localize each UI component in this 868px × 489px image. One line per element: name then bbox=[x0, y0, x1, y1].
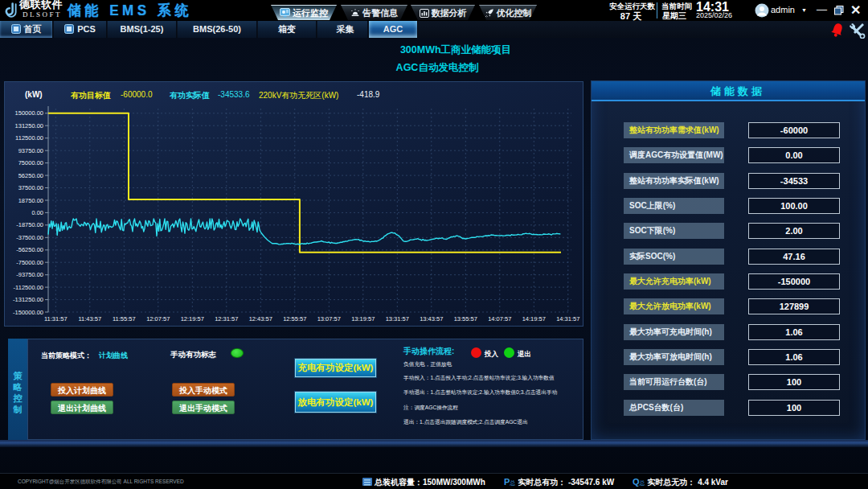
svg-text:37500.00: 37500.00 bbox=[18, 184, 43, 191]
svg-text:13:07:57: 13:07:57 bbox=[317, 315, 341, 323]
svg-text:13:19:57: 13:19:57 bbox=[351, 315, 375, 323]
svg-text:13:55:57: 13:55:57 bbox=[454, 315, 477, 323]
svg-text:11:31:57: 11:31:57 bbox=[44, 315, 68, 323]
svg-text:-56250.00: -56250.00 bbox=[16, 246, 43, 253]
svg-text:13:31:57: 13:31:57 bbox=[386, 315, 409, 323]
svg-text:12:43:57: 12:43:57 bbox=[249, 315, 272, 323]
svg-text:150000.00: 150000.00 bbox=[15, 109, 43, 117]
svg-text:12:19:57: 12:19:57 bbox=[181, 315, 204, 323]
svg-text:131250.00: 131250.00 bbox=[15, 122, 43, 129]
svg-text:12:07:57: 12:07:57 bbox=[146, 315, 170, 323]
svg-text:14:31:57: 14:31:57 bbox=[556, 315, 579, 323]
svg-text:-75000.00: -75000.00 bbox=[16, 259, 43, 266]
svg-text:12:55:57: 12:55:57 bbox=[283, 315, 306, 323]
svg-text:0.00: 0.00 bbox=[31, 209, 43, 216]
svg-text:18750.00: 18750.00 bbox=[18, 197, 43, 204]
svg-text:-112500.00: -112500.00 bbox=[14, 284, 43, 291]
svg-text:-18750.00: -18750.00 bbox=[16, 221, 43, 228]
svg-text:56250.00: 56250.00 bbox=[18, 172, 43, 179]
svg-text:-131250.00: -131250.00 bbox=[13, 296, 43, 303]
svg-text:14:19:57: 14:19:57 bbox=[522, 315, 546, 323]
svg-text:-150000.00: -150000.00 bbox=[13, 309, 43, 316]
svg-text:14:07:57: 14:07:57 bbox=[488, 315, 511, 323]
svg-text:75000.00: 75000.00 bbox=[18, 159, 43, 166]
svg-text:-93750.00: -93750.00 bbox=[16, 271, 43, 278]
svg-text:12:31:57: 12:31:57 bbox=[215, 315, 238, 323]
svg-text:11:43:57: 11:43:57 bbox=[78, 315, 101, 323]
svg-text:-37500.00: -37500.00 bbox=[16, 234, 43, 241]
svg-text:11:55:57: 11:55:57 bbox=[113, 315, 136, 323]
svg-text:93750.00: 93750.00 bbox=[18, 147, 43, 154]
svg-text:112500.00: 112500.00 bbox=[15, 134, 43, 142]
svg-text:13:43:57: 13:43:57 bbox=[420, 315, 443, 323]
